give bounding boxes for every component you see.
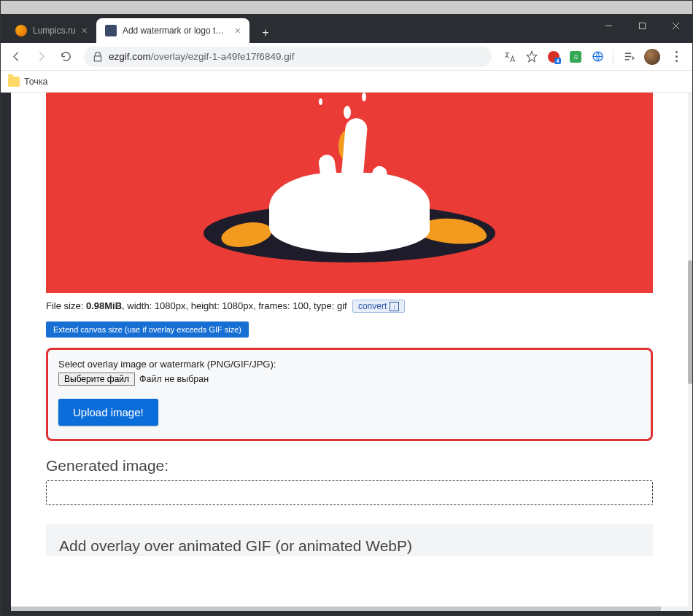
convert-button[interactable]: convert↓ xyxy=(352,300,405,313)
vertical-scrollbar-track[interactable] xyxy=(688,93,692,611)
extension-globe-icon[interactable] xyxy=(591,50,604,63)
download-icon: ↓ xyxy=(390,302,399,311)
tab-close-icon[interactable]: × xyxy=(235,25,241,36)
tab-close-icon[interactable]: × xyxy=(82,25,88,36)
vertical-scrollbar-thumb[interactable] xyxy=(688,260,692,384)
folder-icon xyxy=(8,77,20,87)
upload-section: Select overlay image or watermark (PNG/G… xyxy=(46,348,653,441)
nav-forward-button[interactable] xyxy=(30,46,52,68)
favicon-lumpics xyxy=(15,25,27,36)
upload-image-button[interactable]: Upload image! xyxy=(58,399,158,426)
tab-title: Lumpics.ru xyxy=(33,26,76,36)
info-section: Add overlay over animated GIF (or animat… xyxy=(46,524,653,556)
bookmarks-bar: Точка xyxy=(1,71,692,93)
nav-back-button[interactable] xyxy=(5,46,27,68)
browser-menu-button[interactable] xyxy=(669,51,684,62)
address-bar[interactable]: ezgif.com/overlay/ezgif-1-a49fe17f6849.g… xyxy=(84,47,492,67)
bookmark-label: Точка xyxy=(24,77,48,87)
file-status-text: Файл не выбран xyxy=(139,374,209,384)
window-close-button[interactable] xyxy=(659,14,692,37)
file-info-text: File size: 0.98MiB, width: 1080px, heigh… xyxy=(46,300,653,313)
extension-opera-icon[interactable]: 4 xyxy=(547,50,560,63)
extend-canvas-button[interactable]: Extend canvas size (use if overlay excee… xyxy=(46,321,249,338)
url-text: ezgif.com/overlay/ezgif-1-a49fe17f6849.g… xyxy=(109,51,294,62)
tab-lumpics[interactable]: Lumpics.ru × xyxy=(7,18,96,43)
svg-rect-0 xyxy=(639,23,645,28)
horizontal-scrollbar[interactable] xyxy=(11,607,688,611)
favicon-ezgif xyxy=(105,25,117,36)
translate-icon[interactable] xyxy=(503,50,516,63)
bookmark-star-icon[interactable] xyxy=(525,50,538,63)
window-maximize-button[interactable] xyxy=(625,14,659,37)
tab-title: Add watermark or logo to anima... xyxy=(123,26,229,36)
generated-image-placeholder xyxy=(46,480,653,505)
page-viewport: File size: 0.98MiB, width: 1080px, heigh… xyxy=(11,93,688,611)
generated-image-heading: Generated image: xyxy=(46,457,653,475)
nav-reload-button[interactable] xyxy=(55,46,77,68)
upload-label: Select overlay image or watermark (PNG/G… xyxy=(58,359,640,370)
address-bar-row: ezgif.com/overlay/ezgif-1-a49fe17f6849.g… xyxy=(1,43,692,71)
window-minimize-button[interactable] xyxy=(592,14,625,37)
tab-strip: Lumpics.ru × Add watermark or logo to an… xyxy=(1,14,692,43)
lock-icon xyxy=(93,52,103,62)
info-heading: Add overlay over animated GIF (or animat… xyxy=(59,537,640,555)
reading-list-icon[interactable] xyxy=(622,50,635,63)
extension-green-icon[interactable]: ♫ xyxy=(569,50,582,63)
tab-ezgif[interactable]: Add watermark or logo to anima... × xyxy=(96,18,249,43)
choose-file-button[interactable]: Выберите файл xyxy=(58,373,135,386)
new-tab-button[interactable]: + xyxy=(255,23,276,43)
profile-avatar[interactable] xyxy=(644,49,660,65)
gif-preview-image xyxy=(46,93,653,293)
bookmark-folder[interactable]: Точка xyxy=(8,77,48,87)
